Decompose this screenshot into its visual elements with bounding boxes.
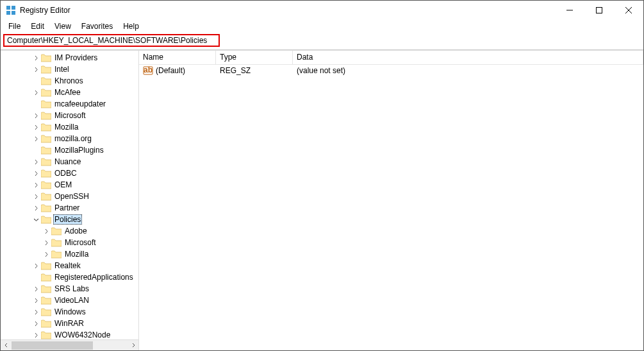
tree-node[interactable]: OpenSSH (1, 191, 138, 202)
menu-help[interactable]: Help (118, 21, 144, 32)
folder-icon (41, 331, 51, 339)
tree-node[interactable]: Microsoft (1, 237, 138, 248)
column-data[interactable]: Data (293, 51, 643, 64)
tree-node[interactable]: mozilla.org (1, 133, 138, 144)
scroll-track[interactable] (12, 340, 128, 351)
expand-icon[interactable] (31, 88, 40, 97)
tree-node[interactable]: Mozilla (1, 121, 138, 133)
folder-icon (51, 250, 62, 259)
folder-icon (41, 285, 51, 293)
tree-node-label[interactable]: Realtek (53, 261, 82, 270)
column-type[interactable]: Type (216, 51, 293, 64)
tree-node-label[interactable]: OEM (53, 180, 73, 189)
tree-pane: IM ProvidersIntelKhronosMcAfeemcafeeupda… (1, 51, 139, 350)
expand-icon[interactable] (31, 261, 40, 270)
tree-node[interactable]: Microsoft (1, 110, 138, 121)
folder-icon (41, 89, 51, 97)
tree-node[interactable]: Windows (1, 306, 138, 318)
maximize-button[interactable] (584, 1, 614, 20)
tree-node-label[interactable]: Adobe (63, 227, 88, 235)
tree-node[interactable]: Realtek (1, 260, 138, 271)
values-list[interactable]: ab(Default)REG_SZ(value not set) (139, 65, 643, 350)
address-bar[interactable]: Computer\HKEY_LOCAL_MACHINE\SOFTWARE\Pol… (3, 34, 220, 47)
tree-node[interactable]: RegisteredApplications (1, 271, 138, 283)
tree-node[interactable]: Mozilla (1, 248, 138, 260)
tree-node-label[interactable]: VideoLAN (53, 296, 90, 305)
tree-node[interactable]: IM Providers (1, 52, 138, 64)
expand-icon[interactable] (42, 250, 51, 259)
tree-node-label[interactable]: Nuance (53, 157, 82, 166)
expand-icon[interactable] (31, 169, 40, 178)
expand-icon[interactable] (31, 284, 40, 293)
menu-file[interactable]: File (3, 21, 26, 32)
minimize-button[interactable] (555, 1, 584, 20)
tree-node[interactable]: MozillaPlugins (1, 144, 138, 156)
value-row[interactable]: ab(Default)REG_SZ(value not set) (139, 65, 643, 76)
folder-icon (41, 320, 51, 328)
menu-view[interactable]: View (49, 21, 76, 32)
expand-icon[interactable] (31, 203, 40, 212)
expand-icon[interactable] (31, 307, 40, 316)
menu-edit[interactable]: Edit (26, 21, 49, 32)
expand-icon[interactable] (31, 123, 40, 132)
tree-node-label[interactable]: Khronos (53, 76, 85, 85)
folder-icon (41, 296, 51, 305)
string-value-icon: ab (143, 65, 153, 76)
horizontal-scrollbar[interactable] (1, 339, 138, 350)
tree-node-label[interactable]: Intel (53, 65, 70, 74)
expand-icon[interactable] (31, 296, 40, 305)
tree-node[interactable]: SRS Labs (1, 283, 138, 295)
tree-node-label[interactable]: RegisteredApplications (53, 273, 135, 282)
tree-node[interactable]: Nuance (1, 156, 138, 167)
expand-icon[interactable] (31, 111, 40, 120)
tree-node[interactable]: WOW6432Node (1, 329, 138, 339)
scroll-right-arrow[interactable] (128, 340, 138, 351)
column-name[interactable]: Name (139, 51, 216, 64)
tree-node-label[interactable]: WinRAR (53, 319, 85, 328)
tree-node-label[interactable]: mcafeeupdater (53, 99, 107, 108)
tree-node[interactable]: McAfee (1, 87, 138, 98)
tree-node[interactable]: Adobe (1, 225, 138, 237)
tree-node-label[interactable]: Mozilla (53, 123, 79, 132)
tree-node[interactable]: VideoLAN (1, 295, 138, 306)
tree-node[interactable]: Khronos (1, 75, 138, 87)
tree-node-label[interactable]: IM Providers (53, 53, 99, 62)
tree-node[interactable]: Policies (1, 214, 138, 225)
expand-icon[interactable] (31, 330, 40, 339)
registry-tree[interactable]: IM ProvidersIntelKhronosMcAfeemcafeeupda… (1, 51, 138, 339)
tree-node[interactable]: OEM (1, 179, 138, 191)
tree-node-label[interactable]: ODBC (53, 169, 78, 178)
expand-icon[interactable] (31, 319, 40, 328)
tree-node-label[interactable]: SRS Labs (53, 284, 90, 293)
menu-favorites[interactable]: Favorites (76, 21, 118, 32)
tree-node-label[interactable]: McAfee (53, 88, 82, 97)
tree-node-label[interactable]: Windows (53, 307, 87, 316)
tree-node-label[interactable]: Partner (53, 203, 81, 212)
tree-node-label[interactable]: Microsoft (63, 238, 97, 247)
expand-icon[interactable] (31, 180, 40, 189)
expand-icon[interactable] (31, 53, 40, 62)
tree-node[interactable]: mcafeeupdater (1, 98, 138, 110)
tree-node-label[interactable]: mozilla.org (53, 134, 93, 143)
tree-node-label[interactable]: OpenSSH (53, 192, 90, 201)
expand-icon[interactable] (31, 65, 40, 74)
scroll-left-arrow[interactable] (1, 340, 12, 351)
tree-node-label[interactable]: Mozilla (63, 250, 90, 259)
tree-node-label[interactable]: MozillaPlugins (53, 146, 105, 155)
tree-node[interactable]: WinRAR (1, 318, 138, 329)
scroll-thumb[interactable] (12, 341, 93, 350)
svg-rect-0 (6, 6, 10, 10)
expand-icon[interactable] (31, 134, 40, 143)
tree-node[interactable]: ODBC (1, 167, 138, 179)
expand-icon[interactable] (42, 227, 51, 235)
expand-icon[interactable] (31, 157, 40, 166)
tree-node-label[interactable]: WOW6432Node (53, 330, 111, 339)
expand-icon[interactable] (42, 238, 51, 247)
tree-node[interactable]: Intel (1, 64, 138, 75)
close-button[interactable] (614, 1, 643, 20)
collapse-icon[interactable] (31, 215, 40, 224)
tree-node-label[interactable]: Policies (53, 214, 82, 225)
tree-node-label[interactable]: Microsoft (53, 111, 87, 120)
tree-node[interactable]: Partner (1, 202, 138, 214)
expand-icon[interactable] (31, 192, 40, 201)
